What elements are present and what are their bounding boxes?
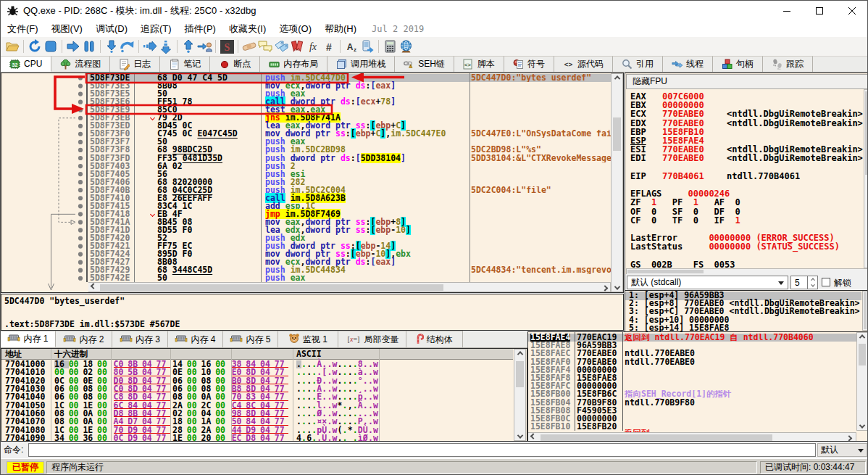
bookmark-button[interactable]	[289, 38, 305, 55]
disasm-hscrollbar[interactable]	[88, 282, 611, 292]
arguments-pane[interactable]: 1: [esp+4] 96A59BB32: [esp+8] 770EABE0 <…	[625, 290, 868, 332]
restart-button[interactable]	[27, 38, 43, 55]
execute-till-return-button[interactable]	[180, 38, 196, 55]
register-row[interactable]: ESP15E8FAE4	[630, 136, 646, 145]
disassembly-pane[interactable]: 5D8F73DE68 D0 47 C4 5Dpush im.5DC447D05D…	[1, 73, 624, 293]
disasm-row[interactable]: 5D8F742E50push eax	[88, 274, 612, 282]
menu-item-8[interactable]: 帮助(H)	[318, 21, 363, 37]
step-over-button[interactable]	[120, 38, 135, 55]
stop-button[interactable]	[43, 38, 59, 55]
register-row[interactable]: EAX007C6000	[630, 92, 646, 101]
step-into-button[interactable]	[104, 38, 120, 55]
tab-trace[interactable]: 跟踪	[763, 56, 813, 72]
stack-pane[interactable]: 15E8FAE4770EAC19返回到 ntdll.770EAC19 自 ntd…	[527, 331, 868, 442]
stack-vscrollbar[interactable]	[856, 332, 868, 431]
tab-graph[interactable]: 流程图	[51, 56, 110, 72]
bottom-tab-4[interactable]: 内存 4	[168, 331, 223, 347]
register-row[interactable]: LastStatus 00000000 (STATUS_SUCCESS)	[630, 242, 840, 251]
command-input[interactable]	[28, 443, 816, 457]
unlock-checkbox[interactable]	[822, 278, 830, 286]
menu-item-5[interactable]: 插件(P)	[178, 21, 222, 37]
arguments-vscrollbar[interactable]	[862, 291, 868, 331]
ascii-table-button[interactable]: Az	[343, 38, 359, 55]
memory-bytes: 340036000CD904771E002000ECD80477	[54, 434, 291, 442]
bottom-tab-2[interactable]: 内存 2	[56, 331, 112, 347]
trace-over-button[interactable]	[158, 38, 174, 55]
menu-item-1[interactable]: 文件(F)	[1, 21, 45, 37]
open-folder-button[interactable]	[4, 38, 20, 55]
register-row[interactable]: ZF 1 PF 1 AF 0	[630, 198, 740, 207]
register-row[interactable]: ECX770EABE0<ntdll.DbgUiRemoteBreakin>	[630, 110, 646, 118]
internet-button[interactable]	[398, 38, 414, 55]
bottom-tab-7[interactable]: [x=]局部变量	[338, 331, 406, 347]
maximize-button[interactable]	[804, 1, 836, 21]
register-row[interactable]: GS 002B FS 0053	[630, 260, 735, 269]
comment-button[interactable]	[257, 38, 273, 55]
stepper-up-icon[interactable]	[808, 276, 817, 283]
minimize-button[interactable]	[771, 1, 804, 21]
menu-item-7[interactable]: 选项(O)	[272, 21, 318, 37]
pause-button[interactable]	[81, 38, 97, 55]
register-row[interactable]: EBX00000000	[630, 101, 646, 110]
bottom-tab-3[interactable]: 内存 3	[112, 331, 168, 347]
register-row[interactable]: LastError 00000000 (ERROR_SUCCESS)	[630, 234, 835, 242]
tab-threads[interactable]: 线程	[663, 56, 713, 72]
register-row[interactable]: EDI770EABE0<ntdll.DbgUiRemoteBreakin>	[630, 154, 646, 162]
tab-symbols[interactable]: 符号	[504, 56, 554, 72]
register-row[interactable]: CF 0 TF 0 IF 1	[630, 216, 740, 225]
register-row[interactable]: EFLAGS 00000246	[630, 189, 730, 198]
tab-callstack[interactable]: 调用堆栈	[327, 56, 395, 72]
run-to-user-code-button[interactable]	[196, 38, 212, 55]
stack-separator-1	[575, 332, 575, 431]
calculator-button[interactable]	[382, 38, 398, 55]
tab-handles[interactable]: 句柄	[713, 56, 763, 72]
tab-breakpoint[interactable]: 断点	[210, 56, 260, 72]
stepper-down-icon[interactable]	[808, 283, 817, 289]
tab-seh[interactable]: !SEH链	[395, 56, 454, 72]
label-button[interactable]	[273, 38, 289, 55]
tab-notes[interactable]: 笔记	[160, 56, 210, 72]
command-profile-select[interactable]: 默认	[817, 443, 867, 457]
menu-item-2[interactable]: 视图(V)	[45, 21, 89, 37]
memdump-vscrollbar[interactable]	[514, 349, 526, 441]
bottom-tab-5[interactable]: 内存 5	[223, 331, 278, 347]
calling-convention-select[interactable]: 默认 (stdcall)	[627, 276, 788, 289]
tab-log[interactable]: 日志	[110, 56, 160, 72]
register-value: 770EABE0	[662, 154, 704, 162]
menu-item-4[interactable]: 追踪(T)	[134, 21, 178, 37]
info-line-2	[4, 307, 620, 319]
tab-source[interactable]: <>源代码	[554, 56, 613, 72]
menu-item-6[interactable]: 收藏夹(I)	[222, 21, 272, 37]
function-button[interactable]: fx	[305, 38, 321, 55]
modules-button[interactable]	[359, 38, 375, 55]
registers-pane[interactable]: 隐藏FPU EAX007C6000EBX00000000ECX770EABE0<…	[625, 73, 868, 293]
scylla-button[interactable]: S	[219, 38, 235, 55]
bottom-tab-6[interactable]: 监视 1	[278, 331, 338, 347]
hide-fpu-button[interactable]: 隐藏FPU	[626, 74, 868, 89]
tab-cpu[interactable]: 32CPU	[1, 56, 51, 72]
memory-dump-pane[interactable]: 地址 十六进制 ASCII 7704100016001800C08B047714…	[1, 348, 527, 442]
register-row[interactable]: OF 0 SF 0 DF 0	[630, 207, 740, 216]
run-button[interactable]	[65, 38, 81, 55]
menu-item-3[interactable]: 调试(D)	[89, 21, 134, 37]
bottom-tab-8[interactable]: 结构体	[406, 331, 463, 347]
registers-vscrollbar[interactable]	[864, 89, 868, 268]
hash-button[interactable]: #	[321, 38, 337, 55]
tab-memmap[interactable]: 内存布局	[260, 56, 327, 72]
patch-button[interactable]	[241, 38, 257, 55]
register-row[interactable]: EBP15E8FB10	[630, 128, 646, 136]
arg-count-stepper[interactable]: 5	[790, 276, 818, 289]
close-button[interactable]	[836, 1, 868, 21]
register-row[interactable]: EIP770B4061ntdll.770B4061	[630, 172, 646, 181]
tab-references[interactable]: 引用	[613, 56, 663, 72]
toolbar-separator	[378, 40, 379, 53]
register-row[interactable]: EDX770EABE0<ntdll.DbgUiRemoteBreakin>	[630, 119, 646, 128]
seh-icon: !	[404, 59, 414, 70]
header-address: 地址	[5, 349, 22, 359]
bottom-tab-1[interactable]: 内存 1	[1, 331, 56, 347]
register-row[interactable]: ESI770EABE0<ntdll.DbgUiRemoteBreakin>	[630, 145, 646, 154]
tab-script[interactable]: <>脚本	[454, 56, 504, 72]
trace-into-button[interactable]	[142, 38, 158, 55]
disasm-vscrollbar[interactable]	[611, 73, 623, 292]
stack-hscrollbar[interactable]	[528, 432, 856, 442]
